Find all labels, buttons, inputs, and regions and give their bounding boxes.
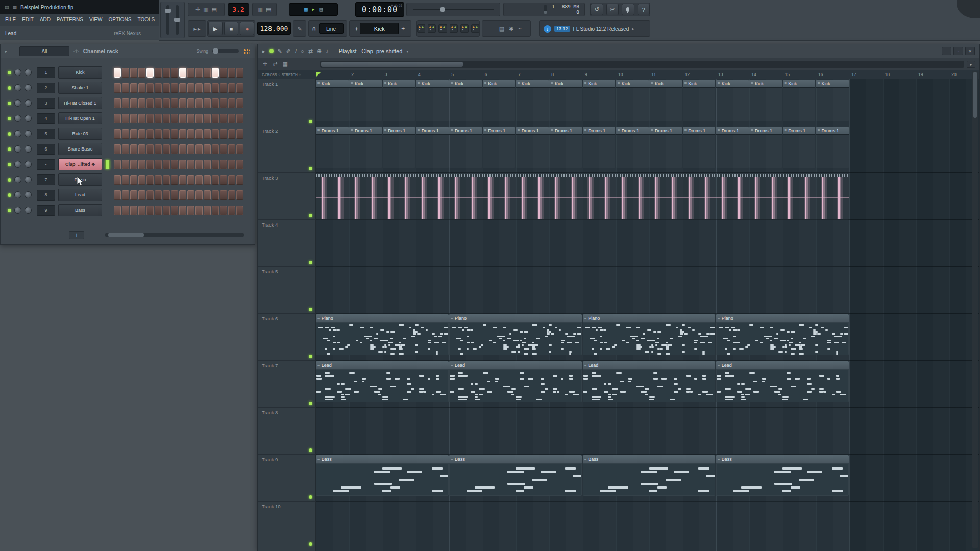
step-2[interactable] — [122, 144, 129, 154]
track-name-4[interactable]: Track 4 — [262, 222, 278, 228]
paint-tool-icon[interactable]: ✐ — [286, 48, 291, 54]
step-1[interactable] — [114, 114, 121, 123]
menu-item-tools[interactable]: TOOLS — [134, 16, 158, 23]
step-16[interactable] — [236, 129, 243, 139]
step-16[interactable] — [236, 206, 243, 215]
step-13[interactable] — [212, 206, 219, 215]
step-7[interactable] — [163, 175, 170, 185]
scroll-right-button[interactable]: ▸ — [967, 61, 975, 68]
drums-1-clip[interactable]: ≡Drums 1 — [649, 127, 682, 168]
snap-selector[interactable]: Line — [319, 23, 344, 34]
track-name-3[interactable]: Track 3 — [262, 175, 278, 181]
automation-icon[interactable]: ~ — [518, 26, 521, 32]
step-3[interactable] — [130, 190, 137, 200]
step-7[interactable] — [163, 129, 170, 139]
track-name-2[interactable]: Track 2 — [262, 128, 278, 134]
drums-1-clip[interactable]: ≡Drums 1 — [416, 127, 449, 168]
kick-clip[interactable]: ≡Kick — [483, 80, 516, 121]
track-led-3[interactable] — [309, 214, 312, 217]
step-8[interactable] — [171, 190, 178, 200]
swing-slider[interactable] — [212, 49, 239, 53]
step-3[interactable] — [130, 129, 137, 139]
step-15[interactable] — [228, 160, 235, 169]
lead-clip[interactable]: ≡Lead — [316, 361, 449, 402]
step-11[interactable] — [195, 175, 203, 185]
stretch-toggle[interactable]: ○ — [299, 73, 301, 76]
step-15[interactable] — [228, 129, 235, 139]
master-pitch-slider[interactable] — [176, 5, 179, 35]
clipboard-icon[interactable]: ▤ — [499, 26, 504, 32]
volume-knob[interactable] — [24, 69, 32, 76]
step-4[interactable] — [138, 83, 145, 93]
oscilloscope-icon[interactable]: ▦ — [304, 7, 308, 12]
step-10[interactable] — [187, 206, 194, 215]
track-name-1[interactable]: Track 1 — [262, 81, 278, 87]
playlist-vscrollbar[interactable] — [972, 71, 978, 548]
step-14[interactable] — [220, 160, 227, 169]
step-13[interactable] — [212, 83, 219, 93]
step-5[interactable] — [146, 68, 154, 78]
detach-icon[interactable]: ▦ — [13, 5, 17, 10]
step-16[interactable] — [236, 83, 243, 93]
pencil-icon[interactable]: ✎ — [297, 26, 302, 32]
step-7[interactable] — [163, 114, 170, 123]
lead-clip[interactable]: ≡Lead — [716, 361, 849, 402]
pencil-tool-icon[interactable]: ✎ — [278, 48, 282, 54]
record-button[interactable]: ● — [240, 22, 254, 35]
step-14[interactable] — [220, 114, 227, 123]
channel-number[interactable]: 7 — [37, 174, 55, 185]
step-16[interactable] — [236, 68, 243, 78]
menu-item-edit[interactable]: EDIT — [19, 16, 37, 23]
step-4[interactable] — [138, 114, 145, 123]
step-1[interactable] — [114, 68, 121, 78]
pan-knob[interactable] — [14, 69, 21, 76]
step-1[interactable] — [114, 129, 121, 139]
magnet-icon[interactable]: ∪ — [312, 26, 316, 32]
step-4[interactable] — [138, 144, 145, 154]
zoom-tool-icon[interactable]: ⊕ — [317, 48, 322, 54]
pan-knob[interactable] — [14, 191, 21, 198]
step-8[interactable] — [171, 206, 178, 215]
step-11[interactable] — [195, 144, 203, 154]
step-15[interactable] — [228, 190, 235, 200]
channel-enable-led[interactable] — [8, 178, 11, 182]
track-name-10[interactable]: Track 10 — [262, 504, 281, 509]
step-14[interactable] — [220, 190, 227, 200]
step-7[interactable] — [163, 144, 170, 154]
bass-clip[interactable]: ≡Bass — [316, 455, 449, 496]
bar-label-20[interactable]: 20 — [951, 72, 956, 77]
pattern-down-icon[interactable]: ▾ — [356, 29, 358, 31]
shuffle-slider[interactable] — [413, 9, 494, 10]
volume-knob[interactable] — [24, 145, 32, 153]
step-6[interactable] — [155, 83, 162, 93]
step-11[interactable] — [195, 98, 203, 108]
time-display[interactable]: 0:00:00 M:S:CS — [355, 2, 404, 17]
bar-label-17[interactable]: 17 — [851, 72, 856, 77]
step-16[interactable] — [236, 114, 243, 123]
step-11[interactable] — [195, 68, 203, 78]
maximize-button[interactable]: ▫ — [953, 47, 963, 55]
step-7[interactable] — [163, 190, 170, 200]
scrollbar-thumb[interactable] — [108, 233, 144, 237]
channel-enable-led[interactable] — [8, 117, 11, 120]
step-13[interactable] — [212, 144, 219, 154]
step-9[interactable] — [179, 144, 186, 154]
drums-1-clip[interactable]: ≡Drums 1 — [583, 127, 616, 168]
step-7[interactable] — [163, 206, 170, 215]
kick-clip[interactable]: ≡Kick — [749, 80, 782, 121]
slider-thumb[interactable] — [440, 7, 445, 12]
step-1[interactable] — [114, 190, 121, 200]
step-2[interactable] — [122, 206, 129, 215]
midi-keyboard-icon[interactable]: ▤ — [319, 7, 323, 12]
step-6[interactable] — [155, 190, 162, 200]
step-16[interactable] — [236, 175, 243, 185]
step-11[interactable] — [195, 83, 203, 93]
recycle-icon[interactable]: ↺ — [591, 4, 603, 15]
piano-clip[interactable]: ≡Piano — [449, 314, 582, 355]
track-name-5[interactable]: Track 5 — [262, 269, 278, 274]
help-icon[interactable]: ? — [638, 4, 650, 15]
channel-button-lead[interactable]: Lead — [58, 189, 102, 201]
volume-knob[interactable] — [24, 115, 32, 122]
step-9[interactable] — [179, 114, 186, 123]
step-14[interactable] — [220, 129, 227, 139]
